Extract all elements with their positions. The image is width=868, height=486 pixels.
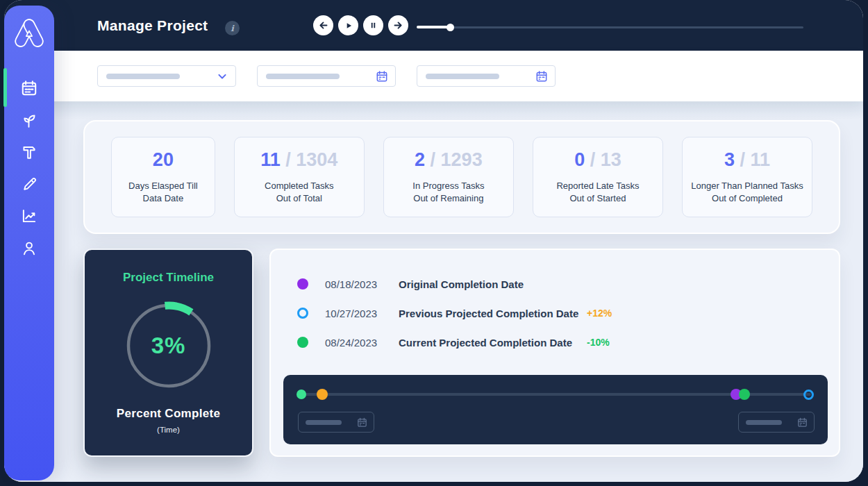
sidebar-item-analytics[interactable] [4,200,54,232]
stat-value: 0 / 13 [574,149,621,171]
project-select-dropdown[interactable] [97,65,236,87]
stat-value: 2 / 1293 [415,149,483,171]
legend-label: Original Completion Date [399,278,581,290]
placeholder-skeleton [426,74,499,79]
sidebar-item-edit[interactable] [4,168,54,200]
legend-date: 08/18/2023 [325,278,387,290]
legend-label: Previous Projected Completion Date [399,308,581,319]
chevron-down-icon [215,69,229,83]
line-chart-icon [20,207,38,225]
play-icon [344,21,353,31]
arrow-left-icon [318,20,328,31]
legend-row-original: 08/18/2023 Original Completion Date [271,269,839,299]
stat-card-longer-than-planned: 3 / 11 Longer Than Planned TasksOut of C… [682,137,812,217]
stats-panel: 20 Days Elasped TillData Date 11 / 1304 … [83,120,840,234]
stat-label: Completed TasksOut of Total [265,180,333,205]
page-title: Manage Project [97,0,208,51]
sidebar-nav [4,72,54,264]
date-to-input[interactable] [417,65,556,87]
placeholder-skeleton [106,74,180,79]
stat-label: Days Elasped TillData Date [128,180,198,205]
timeline-scrubber[interactable] [417,0,803,51]
percent-complete-donut: 3% [120,297,217,394]
app-window: Manage Project i [4,0,863,482]
hammer-icon [20,143,38,161]
card-title: Project Timeline [123,271,214,285]
stat-label: Longer Than Planned TasksOut of Complete… [691,180,803,205]
completion-dates-panel: 08/18/2023 Original Completion Date 10/2… [269,249,840,457]
scrubber-progress [417,26,449,28]
legend-delta: -10% [587,337,610,348]
stat-card-days-elapsed: 20 Days Elasped TillData Date [111,137,215,217]
stat-card-reported-late-tasks: 0 / 13 Reported Late TasksOut of Started [533,137,663,217]
sidebar-item-growth[interactable] [4,104,54,136]
user-icon [20,239,38,257]
pause-icon [369,21,378,30]
legend-delta: +12% [587,308,612,319]
info-icon[interactable]: i [225,21,240,35]
active-indicator [3,68,7,107]
calendar-icon [356,417,368,428]
blue-ring-icon [297,308,308,319]
step-back-button[interactable] [313,15,333,35]
legend-date: 08/24/2023 [325,337,387,349]
calendar-icon [375,69,389,83]
blue-ring-marker[interactable] [803,389,814,400]
green-dot-icon [297,337,308,348]
sidebar-item-profile[interactable] [4,232,54,264]
calendar-icon [535,69,549,83]
pencil-icon [21,176,38,193]
mini-timeline-card [283,375,828,444]
placeholder-skeleton [306,420,342,425]
playback-controls [313,0,408,51]
sidebar-item-build[interactable] [4,136,54,168]
seedling-icon [20,111,38,129]
mint-dot-marker[interactable] [297,389,306,399]
calendar-icon [20,79,38,97]
date-from-input[interactable] [257,65,396,87]
donut-caption: Percent Complete [117,407,220,421]
scrubber-track [451,26,803,28]
calendar-icon [796,417,808,428]
legend-date: 10/27/2023 [325,308,387,319]
legend-row-previous-projected: 10/27/2023 Previous Projected Completion… [271,299,839,328]
stat-card-in-progress-tasks: 2 / 1293 In Progress TasksOut of Remaini… [383,137,514,217]
legend-row-current-projected: 08/24/2023 Current Projected Completion … [271,328,839,357]
top-navbar: Manage Project i [4,0,863,51]
donut-subcaption: (Time) [157,426,180,434]
stat-value: 3 / 11 [724,149,770,171]
stat-label: In Progress TasksOut of Remaining [412,180,484,205]
placeholder-skeleton [746,420,782,425]
arrow-right-icon [393,20,403,31]
project-timeline-card: Project Timeline 3% Percent Complete (Ti… [83,249,253,457]
purple-dot-icon [297,278,308,290]
pause-button[interactable] [363,15,383,35]
orange-dot-marker[interactable] [317,389,328,400]
green-dot-marker[interactable] [739,389,750,400]
sidebar [4,6,54,480]
stat-value: 20 [153,149,174,171]
play-button[interactable] [338,15,358,35]
completion-dates-legend: 08/18/2023 Original Completion Date 10/2… [271,269,839,357]
range-start-date-input[interactable] [298,412,374,433]
stat-card-completed-tasks: 11 / 1304 Completed TasksOut of Total [234,137,365,217]
placeholder-skeleton [266,74,340,79]
sidebar-item-schedule[interactable] [4,72,54,104]
stat-label: Reported Late TasksOut of Started [556,180,639,205]
filter-bar [4,51,863,101]
scrubber-thumb[interactable] [446,24,454,31]
brand-logo [11,14,47,53]
step-forward-button[interactable] [388,15,408,35]
main-content: 20 Days Elasped TillData Date 11 / 1304 … [4,101,863,482]
stat-value: 11 / 1304 [260,149,337,171]
legend-label: Current Projected Completion Date [399,337,581,349]
percent-value: 3% [120,297,217,394]
range-end-date-input[interactable] [738,412,815,433]
